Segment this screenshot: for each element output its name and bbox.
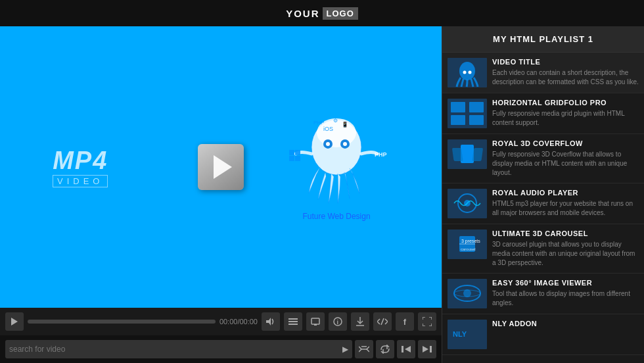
octopus-area: iOS PHP ⚙ 📱 bbox=[284, 101, 389, 221]
playlist-thumb: 3 presetscarousel bbox=[448, 230, 487, 259]
screen-button[interactable] bbox=[306, 312, 325, 331]
playlist-item-info: HORIZONTAL GRIDFOLIO PRO Fully responsiv… bbox=[492, 99, 639, 128]
svg-point-54 bbox=[463, 289, 471, 297]
main-content: MP4 VIDEO iOS PH bbox=[0, 26, 644, 363]
playlist-items: VIDEO TITLE Each video can contain a sho… bbox=[442, 53, 644, 363]
svg-rect-10 bbox=[289, 150, 294, 155]
fullscreen-button[interactable] bbox=[418, 312, 436, 331]
progress-bar[interactable] bbox=[28, 320, 216, 324]
top-bar: YOUR LOGO bbox=[0, 0, 644, 26]
svg-rect-41 bbox=[452, 148, 463, 161]
svg-marker-15 bbox=[11, 318, 18, 326]
volume-button[interactable] bbox=[262, 312, 280, 331]
playlist-item-desc: Fully responsive media grid plugin with … bbox=[492, 109, 639, 128]
playlist-item-desc: 3D carousel plugin that allows you to di… bbox=[492, 240, 639, 268]
svg-rect-13 bbox=[295, 156, 300, 161]
svg-marker-28 bbox=[423, 346, 428, 352]
octopus-icon: iOS PHP ⚙ 📱 bbox=[284, 101, 389, 206]
playlist-item-title: ULTIMATE 3D CAROUSEL bbox=[492, 230, 639, 237]
mp4-logo: MP4 VIDEO bbox=[53, 147, 108, 187]
logo-box-text: LOGO bbox=[323, 7, 358, 20]
next-track-button[interactable] bbox=[418, 340, 436, 358]
facebook-button[interactable]: f bbox=[396, 312, 414, 331]
playlist-item-info: ULTIMATE 3D CAROUSEL 3D carousel plugin … bbox=[492, 230, 639, 268]
playlist-item-title: ROYAL AUDIO PLAYER bbox=[492, 189, 639, 197]
loop-button[interactable] bbox=[376, 340, 394, 358]
center-play-button[interactable] bbox=[198, 144, 244, 190]
logo-container: YOUR LOGO bbox=[286, 7, 358, 20]
svg-rect-38 bbox=[469, 115, 484, 125]
playlist-item-desc: Each video can contain a short descripti… bbox=[492, 68, 639, 87]
play-button[interactable] bbox=[5, 312, 24, 331]
svg-rect-19 bbox=[288, 324, 298, 325]
svg-rect-18 bbox=[288, 321, 298, 322]
playlist-item[interactable]: ROYAL AUDIO PLAYER HTML5 mp3 player for … bbox=[442, 183, 644, 224]
time-display: 00:00/00:00 bbox=[219, 318, 258, 326]
playlist-button[interactable] bbox=[284, 312, 302, 331]
svg-text:📱: 📱 bbox=[342, 121, 348, 128]
future-web-text: Future Web Design bbox=[284, 212, 389, 221]
controls-bar: 00:00/00:00 i f bbox=[0, 308, 442, 335]
playlist-item-info: ROYAL 3D COVERFLOW Fully responsive 3D C… bbox=[492, 139, 639, 178]
playlist-thumb bbox=[448, 58, 487, 87]
playlist-item-title: NLY ADDON bbox=[492, 320, 639, 327]
playlist-sidebar: MY HTML PLAYLIST 1 VIDEO TITLE Each vide… bbox=[442, 26, 644, 363]
video-text: VIDEO bbox=[53, 175, 108, 187]
svg-text:carousel: carousel bbox=[461, 247, 476, 251]
svg-marker-16 bbox=[266, 318, 271, 326]
search-container[interactable]: ▶ bbox=[5, 340, 352, 358]
svg-point-31 bbox=[459, 62, 475, 80]
playlist-thumb bbox=[448, 99, 487, 128]
svg-point-32 bbox=[463, 71, 467, 74]
playlist-item-info: VIDEO TITLE Each video can contain a sho… bbox=[492, 58, 639, 87]
player-area: MP4 VIDEO iOS PH bbox=[0, 26, 442, 363]
svg-text:PHP: PHP bbox=[313, 120, 324, 126]
svg-rect-21 bbox=[314, 324, 317, 326]
svg-text:NLY: NLY bbox=[453, 330, 467, 338]
svg-rect-27 bbox=[402, 346, 403, 352]
svg-rect-42 bbox=[472, 148, 483, 161]
playlist-item[interactable]: ROYAL 3D COVERFLOW Fully responsive 3D C… bbox=[442, 134, 644, 183]
playlist-item[interactable]: NLY NLY ADDON bbox=[442, 314, 644, 355]
playlist-item[interactable]: 3 presetscarousel ULTIMATE 3D CAROUSEL 3… bbox=[442, 224, 644, 274]
code-button[interactable] bbox=[373, 312, 392, 331]
playlist-item[interactable]: EASY 360° IMAGE VIEWER Tool that allows … bbox=[442, 274, 644, 314]
video-display: MP4 VIDEO iOS PH bbox=[0, 26, 442, 308]
svg-text:⚙: ⚙ bbox=[333, 118, 338, 124]
bottom-search-bar: ▶ bbox=[0, 335, 442, 363]
svg-rect-20 bbox=[311, 318, 319, 324]
playlist-item-title: ROYAL 3D COVERFLOW bbox=[492, 139, 639, 147]
svg-rect-36 bbox=[469, 102, 484, 112]
playlist-item-info: EASY 360° IMAGE VIEWER Tool that allows … bbox=[492, 279, 639, 308]
svg-rect-29 bbox=[430, 346, 432, 352]
playlist-item[interactable]: HORIZONTAL GRIDFOLIO PRO Fully responsiv… bbox=[442, 93, 644, 134]
playlist-item-desc: HTML5 mp3 player for your website that r… bbox=[492, 199, 639, 218]
playlist-item[interactable]: VIDEO TITLE Each video can contain a sho… bbox=[442, 53, 644, 93]
playlist-item-desc: Tool that allows to display images from … bbox=[492, 289, 639, 308]
mp4-text: MP4 bbox=[53, 147, 108, 175]
search-input[interactable] bbox=[9, 345, 342, 354]
svg-marker-26 bbox=[405, 346, 411, 352]
playlist-item-title: EASY 360° IMAGE VIEWER bbox=[492, 279, 639, 287]
playlist-title: MY HTML PLAYLIST 1 bbox=[442, 26, 644, 53]
svg-point-33 bbox=[469, 71, 472, 74]
playlist-item-title: HORIZONTAL GRIDFOLIO PRO bbox=[492, 99, 639, 107]
prev-track-button[interactable] bbox=[397, 340, 415, 358]
playlist-thumb bbox=[448, 189, 487, 218]
svg-line-25 bbox=[381, 318, 384, 325]
svg-rect-35 bbox=[451, 102, 465, 112]
playlist-thumb: NLY bbox=[448, 320, 487, 349]
download-button[interactable] bbox=[351, 312, 369, 331]
svg-text:iOS: iOS bbox=[323, 126, 333, 132]
svg-rect-37 bbox=[451, 115, 465, 125]
playlist-item-info: ROYAL AUDIO PLAYER HTML5 mp3 player for … bbox=[492, 189, 639, 218]
svg-point-5 bbox=[343, 142, 347, 146]
playlist-thumb bbox=[448, 139, 487, 169]
svg-text:PHP: PHP bbox=[375, 151, 387, 158]
search-arrow-icon: ▶ bbox=[342, 345, 348, 354]
svg-text:3 presets: 3 presets bbox=[461, 239, 480, 244]
playlist-item-info: NLY ADDON bbox=[492, 320, 639, 330]
svg-rect-11 bbox=[295, 150, 300, 155]
info-button[interactable]: i bbox=[329, 312, 347, 331]
shuffle-button[interactable] bbox=[355, 340, 373, 358]
